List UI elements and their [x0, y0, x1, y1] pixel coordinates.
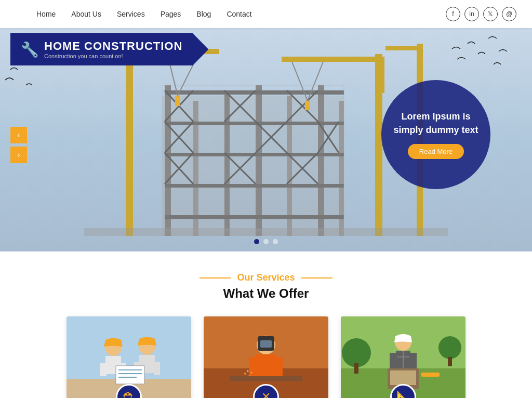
bubble-text: Lorem Ipsum is simply dummy text: [392, 110, 480, 136]
tools-icon: ✕: [261, 390, 271, 398]
slider-dot-2[interactable]: [263, 239, 269, 244]
svg-rect-67: [249, 357, 257, 378]
header: Home About Us Services Pages Blog Contac…: [0, 0, 532, 28]
svg-rect-65: [260, 340, 272, 348]
services-label: Our Services: [16, 272, 516, 283]
twitter-icon[interactable]: 𝕏: [483, 7, 498, 21]
svg-rect-87: [390, 370, 416, 385]
svg-rect-39: [379, 57, 384, 93]
services-subtitle: What We Offer: [16, 286, 516, 301]
svg-rect-3: [224, 90, 230, 236]
slider-next-button[interactable]: ›: [10, 147, 27, 163]
hero-info-bubble: Lorem Ipsum is simply dummy text Read Mo…: [381, 80, 490, 189]
services-label-text: Our Services: [237, 272, 295, 283]
services-section: Our Services What We Offer: [0, 251, 532, 398]
svg-rect-36: [175, 96, 180, 106]
svg-rect-11: [165, 184, 344, 188]
slider-dot-1[interactable]: [254, 239, 259, 244]
svg-rect-6: [318, 85, 324, 236]
hard-hat-icon: ⛑: [123, 390, 135, 398]
ruler-icon: 📐: [396, 390, 410, 398]
svg-rect-57: [116, 366, 144, 384]
svg-point-71: [247, 370, 249, 372]
svg-rect-68: [275, 357, 283, 378]
svg-rect-45: [84, 228, 448, 236]
svg-rect-73: [230, 376, 302, 381]
nav-link-contact[interactable]: Contact: [227, 10, 251, 18]
service-card-2: ✕ Lorem Ipsum: [204, 316, 328, 398]
chevron-right-icon: ›: [17, 150, 20, 160]
svg-rect-4: [256, 85, 262, 236]
linkedin-icon[interactable]: in: [464, 7, 479, 21]
nav-link-services[interactable]: Services: [117, 10, 145, 18]
site-title: HOME CONSTRUCTION: [44, 39, 182, 53]
facebook-icon[interactable]: f: [446, 7, 460, 21]
nav-link-blog[interactable]: Blog: [196, 10, 211, 18]
svg-rect-77: [354, 363, 358, 374]
svg-rect-12: [165, 215, 344, 219]
svg-rect-38: [282, 57, 382, 62]
social-icons: f in 𝕏 @: [446, 7, 516, 21]
svg-rect-1: [165, 85, 171, 236]
svg-rect-44: [385, 46, 423, 50]
svg-rect-88: [421, 373, 440, 377]
svg-rect-79: [448, 357, 452, 366]
service-card-1: ⛑ Lorem Ipsum: [66, 316, 191, 398]
nav-item-services[interactable]: Services: [117, 9, 145, 19]
svg-point-70: [244, 373, 246, 375]
nav-item-pages[interactable]: Pages: [161, 9, 181, 19]
instagram-icon[interactable]: @: [502, 7, 516, 21]
svg-rect-56: [154, 362, 160, 375]
svg-rect-51: [100, 363, 107, 376]
logo-wrench-icon: 🔧: [21, 41, 39, 58]
chevron-left-icon: ‹: [17, 130, 20, 140]
nav-item-about[interactable]: About Us: [71, 9, 101, 19]
svg-point-72: [250, 372, 252, 374]
logo-banner: 🔧 HOME CONSTRUCTION Construction you can…: [10, 33, 208, 65]
site-subtitle: Construction you can count on!: [44, 53, 182, 59]
svg-rect-84: [390, 353, 397, 369]
slider-dot-3[interactable]: [273, 239, 278, 244]
nav-link-home[interactable]: Home: [36, 10, 56, 18]
nav-item-contact[interactable]: Contact: [227, 9, 251, 19]
nav-link-about[interactable]: About Us: [71, 10, 101, 18]
svg-line-40: [292, 62, 308, 101]
read-more-button[interactable]: Read More: [408, 144, 464, 159]
nav-link-pages[interactable]: Pages: [161, 10, 181, 18]
svg-rect-42: [305, 101, 310, 110]
slider-prev-button[interactable]: ‹: [10, 127, 27, 143]
slider-dots: [254, 239, 278, 244]
service-cards-container: ⛑ Lorem Ipsum: [16, 316, 516, 398]
nav-item-home[interactable]: Home: [36, 9, 56, 19]
svg-point-76: [342, 338, 371, 367]
hero-section: 🔧 HOME CONSTRUCTION Construction you can…: [0, 28, 532, 251]
svg-rect-85: [409, 353, 417, 369]
main-nav: Home About Us Services Pages Blog Contac…: [16, 9, 252, 19]
nav-links: Home About Us Services Pages Blog Contac…: [36, 9, 252, 19]
nav-item-blog[interactable]: Blog: [196, 9, 211, 19]
svg-point-78: [438, 336, 461, 359]
logo-text: HOME CONSTRUCTION Construction you can c…: [44, 39, 182, 59]
service-card-3: 📐 Lorem Ipsum: [341, 316, 466, 398]
